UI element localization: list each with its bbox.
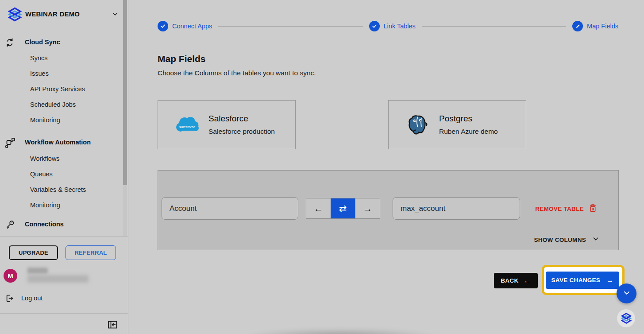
sidebar: WEBINAR DEMO Cloud Sync Syncs Issues API… <box>0 0 128 334</box>
show-columns-label: SHOW COLUMNS <box>534 237 586 243</box>
sidebar-item-monitoring[interactable]: Monitoring <box>30 117 114 125</box>
chevron-down-icon <box>622 288 631 299</box>
save-changes-button[interactable]: SAVE CHANGES → <box>546 272 619 289</box>
logout-label: Log out <box>21 295 42 302</box>
section-label: Workflow Automation <box>25 139 91 146</box>
svg-text:salesforce: salesforce <box>179 124 196 128</box>
check-icon <box>369 21 380 31</box>
stepper-connector <box>422 26 566 27</box>
sidebar-section-connections[interactable]: Connections <box>0 219 120 230</box>
show-columns-button[interactable]: SHOW COLUMNS <box>534 235 599 244</box>
sidebar-scrollbar-thumb[interactable] <box>123 0 127 185</box>
table-mapping-panel: Account ← ⇄ → max_account REMOVE TABLE S… <box>158 170 619 250</box>
pencil-icon <box>572 21 583 31</box>
target-app-card: Postgres Ruben Azure demo <box>388 100 526 149</box>
direction-left-button[interactable]: ← <box>306 198 331 218</box>
sidebar-item-scheduled-jobs[interactable]: Scheduled Jobs <box>30 101 114 110</box>
remove-table-label: REMOVE TABLE <box>535 206 584 212</box>
chat-widget-collapse-button[interactable] <box>617 284 636 303</box>
stepper-connector <box>218 26 362 27</box>
sync-direction-toggle: ← ⇄ → <box>306 198 380 219</box>
step-link-tables[interactable]: Link Tables <box>369 21 416 31</box>
direction-right-button[interactable]: → <box>355 198 380 218</box>
target-connection-name: Ruben Azure demo <box>439 128 498 136</box>
step-label: Connect Apps <box>172 23 212 30</box>
workflow-icon <box>5 137 15 150</box>
source-app-card: salesforce Salesforce Salesforce product… <box>158 100 296 149</box>
section-label: Cloud Sync <box>25 39 60 46</box>
sidebar-item-workflows[interactable]: Workflows <box>30 155 114 164</box>
workspace-switcher[interactable]: WEBINAR DEMO <box>0 6 128 24</box>
user-name-redacted <box>27 268 48 274</box>
remove-table-button[interactable]: REMOVE TABLE <box>535 203 597 214</box>
step-map-fields[interactable]: Map Fields <box>572 21 618 31</box>
key-icon <box>5 219 15 231</box>
sidebar-item-syncs[interactable]: Syncs <box>30 54 114 63</box>
source-connection-name: Salesforce production <box>208 128 275 136</box>
logout-icon <box>5 294 14 305</box>
save-changes-label: SAVE CHANGES <box>551 277 601 284</box>
sidebar-item-variables-secrets[interactable]: Variables & Secrets <box>30 186 114 195</box>
step-label: Link Tables <box>384 23 416 30</box>
chevron-down-icon[interactable] <box>112 11 119 19</box>
workspace-name: WEBINAR DEMO <box>25 10 80 18</box>
collapse-sidebar-icon[interactable] <box>107 319 118 330</box>
stacksync-logo-icon <box>8 7 22 23</box>
avatar[interactable]: M <box>4 269 17 283</box>
logout-button[interactable]: Log out <box>0 293 120 304</box>
sidebar-section-cloud-sync[interactable]: Cloud Sync <box>0 37 120 48</box>
upgrade-button[interactable]: UPGRADE <box>9 245 58 260</box>
offscreen-element-shadow <box>246 328 436 334</box>
back-label: BACK <box>501 277 518 284</box>
stacksync-chat-logo[interactable] <box>617 309 635 327</box>
target-app-name: Postgres <box>439 114 498 124</box>
sidebar-item-api-proxy-services[interactable]: API Proxy Services <box>30 85 114 94</box>
sidebar-item-queues[interactable]: Queues <box>30 171 114 179</box>
section-label: Connections <box>25 221 64 228</box>
back-button[interactable]: BACK ← <box>494 273 538 288</box>
sidebar-item-monitoring-workflow[interactable]: Monitoring <box>30 202 114 210</box>
salesforce-logo-icon: salesforce <box>175 116 200 134</box>
arrow-left-icon: ← <box>524 277 531 285</box>
sidebar-divider <box>0 236 128 237</box>
page-subtitle: Choose the Columns of the tables you wan… <box>158 69 316 77</box>
arrow-right-icon: → <box>606 276 613 284</box>
trash-icon <box>589 203 597 214</box>
referral-button[interactable]: REFERRAL <box>66 245 116 260</box>
chevron-down-icon <box>592 235 599 244</box>
sync-icon <box>5 37 15 50</box>
wizard-stepper: Connect Apps Link Tables Map Fields <box>158 21 618 31</box>
target-table-select[interactable]: max_account <box>393 197 520 220</box>
source-table-select[interactable]: Account <box>162 197 298 220</box>
source-app-name: Salesforce <box>208 114 275 124</box>
check-icon <box>158 21 168 31</box>
step-label: Map Fields <box>587 23 618 30</box>
sidebar-item-issues[interactable]: Issues <box>30 70 114 79</box>
page-title: Map Fields <box>158 54 206 64</box>
postgres-logo-icon <box>405 113 430 136</box>
direction-bidirectional-button[interactable]: ⇄ <box>331 198 355 218</box>
user-email-redacted <box>27 275 89 283</box>
step-connect-apps[interactable]: Connect Apps <box>158 21 212 31</box>
sidebar-divider-bottom <box>0 313 128 314</box>
sidebar-section-workflow-automation[interactable]: Workflow Automation <box>0 137 120 148</box>
